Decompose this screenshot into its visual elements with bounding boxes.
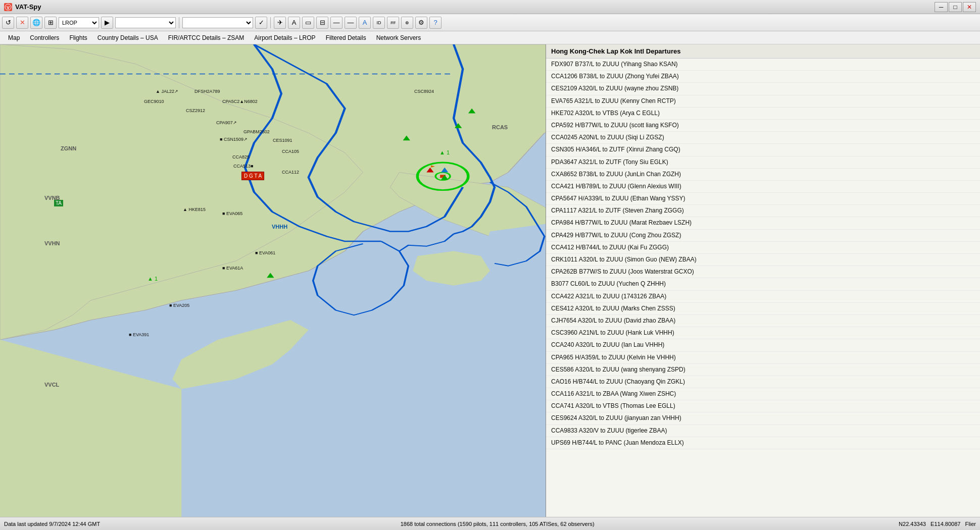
flight-list-item[interactable]: CPA965 H/A359/L to ZUUU (Kelvin He VHHH)	[546, 352, 980, 364]
label-cca105[interactable]: CCA105	[282, 149, 299, 154]
flight-gec9010[interactable]: GEC9010	[144, 99, 164, 104]
flight-eva065[interactable]: ■ EVA065	[222, 211, 242, 216]
toolbar-text-btn[interactable]: A	[288, 17, 300, 29]
menu-fir-details[interactable]: FIR/ARTCC Details – ZSAM	[163, 33, 249, 43]
flight-list-item[interactable]: CES2109 A320/L to ZUUU (wayne zhou ZSNB)	[546, 83, 980, 95]
svg-text:V: V	[7, 5, 10, 10]
dgta-box[interactable]: D G T A	[241, 172, 264, 180]
toolbar-help-btn[interactable]: ?	[429, 17, 442, 29]
flight-list-item[interactable]: PDA3647 A321/L to ZUTF (Tony Siu EGLK)	[546, 156, 980, 169]
label-cpa5c2[interactable]: CPA5C2▲N6802	[222, 99, 258, 104]
flight-list-item[interactable]: FDX907 B737/L to ZUUU (Yihang Shao KSAN)	[546, 59, 980, 71]
flight-list-item[interactable]: CCA412 H/B744/L to ZUUU (Kai Fu ZGGG)	[546, 242, 980, 254]
flight-cca513[interactable]: CCA513■	[233, 164, 253, 169]
label-ces1091[interactable]: CES1091	[273, 138, 292, 143]
toolbar-zoom-btn[interactable]: ⊕	[401, 17, 413, 29]
flight-list-item[interactable]: CCA421 H/B789/L to ZUUU (Glenn Alexius W…	[546, 181, 980, 193]
flight-list-item[interactable]: CES412 A320/L to ZUUU (Marks Chen ZSSS)	[546, 303, 980, 315]
flight-csz2912[interactable]: CSZ2912	[186, 108, 205, 113]
flight-list-item[interactable]: CSC3960 A21N/L to ZUUU (Hank Luk VHHH)	[546, 327, 980, 339]
region-label-zgnn: ZGNN	[61, 145, 76, 151]
flight-list-item[interactable]: CXA8652 B738/L to ZUUU (JunLin Chan ZGZH…	[546, 169, 980, 181]
flight-list-item[interactable]: CPA592 H/B77W/L to ZUUU (scott liang KSF…	[546, 120, 980, 132]
flight-jal22[interactable]: ▲ JAL22↗	[156, 89, 178, 94]
toolbar-id-btn[interactable]: ID	[373, 17, 385, 29]
region-label-vvcl: VVCL	[44, 382, 59, 388]
toolbar-sep2	[270, 17, 271, 28]
flight-cca825[interactable]: CCA825	[232, 154, 250, 160]
toolbar-plane-btn[interactable]: ✈	[274, 17, 286, 29]
flight-hke815[interactable]: ▲ HKE815	[183, 207, 206, 212]
menu-flights[interactable]: Flights	[64, 33, 92, 43]
flight-list-item[interactable]: CRK1011 A320/L to ZUUU (Simon Guo (NEW) …	[546, 254, 980, 266]
toolbar-filter-btn[interactable]: ✓	[255, 17, 267, 29]
flight-list-item[interactable]: CPA429 H/B77W/L to ZUUU (Cong Zhou ZGSZ)	[546, 230, 980, 242]
flight-list-item[interactable]: CPA1117 A321/L to ZUTF (Steven Zhang ZGG…	[546, 205, 980, 217]
toolbar-filter2-btn[interactable]: ⊟	[316, 17, 328, 29]
flight-list-item[interactable]: CES9624 A320/L to ZUUU (jianyuan zan VHH…	[546, 412, 980, 425]
popup-title: Hong Kong-Chek Lap Kok Intl Departures	[546, 44, 980, 59]
label-dfsh[interactable]: DFSH2A789	[194, 89, 220, 94]
flight-vhhh[interactable]: VHHH	[272, 224, 287, 230]
toolbar-refresh-btn[interactable]: ↺	[2, 17, 14, 29]
toolbar-rect-btn[interactable]: ▭	[302, 17, 314, 29]
label-csc8924[interactable]: CSC8924	[414, 89, 434, 94]
flight-list-item[interactable]: CCA240 A320/L to ZUUU (Ian Lau VHHH)	[546, 339, 980, 351]
flight-list-item[interactable]: CJH7654 A320/L to ZUUU (David zhao ZBAA)	[546, 315, 980, 327]
label-cca112[interactable]: CCA112	[282, 170, 299, 175]
menu-airport-details[interactable]: Airport Details – LROP	[249, 33, 320, 43]
flight-eva205[interactable]: ■ EVA205	[169, 303, 189, 308]
flight-list-item[interactable]: CCA422 A321/L to ZUUU (1743126 ZBAA)	[546, 291, 980, 303]
flight-list-item[interactable]: CPA262B B77W/S to ZUUU (Joos Waterstrat …	[546, 266, 980, 278]
flight-list-item[interactable]: CAO16 H/B744/L to ZUUU (Chaoyang Qin ZGK…	[546, 376, 980, 388]
toolbar-dash2-btn[interactable]: —	[345, 17, 357, 29]
statusbar: Data last updated 9/7/2024 12:44 GMT 186…	[0, 517, 980, 530]
flight-list-item[interactable]: CCA116 A321/L to ZBAA (Wang Xiwen ZSHC)	[546, 388, 980, 400]
flight-list-item[interactable]: CCA0245 A20N/L to ZUUU (Siqi Li ZGSZ)	[546, 132, 980, 144]
flight-list-item[interactable]: CCA1206 B738/L to ZUUU (Zhong Yufei ZBAA…	[546, 71, 980, 83]
label-gpabm[interactable]: GPABM2502	[243, 129, 270, 134]
filter-select2[interactable]	[182, 17, 253, 28]
menu-filtered-details[interactable]: Filtered Details	[321, 33, 371, 43]
airport-select[interactable]: LROP	[59, 17, 99, 28]
minimize-button[interactable]: ─	[935, 2, 948, 12]
app-title: VAT-Spy	[15, 3, 41, 11]
status-update-time: Data last updated 9/7/2024 12:44 GMT	[4, 521, 100, 527]
maximize-button[interactable]: □	[949, 2, 962, 12]
status-connections: 1868 total connections (1590 pilots, 111…	[401, 521, 595, 527]
menu-network-servers[interactable]: Network Servers	[371, 33, 426, 43]
menu-controllers[interactable]: Controllers	[25, 33, 64, 43]
toolbar-go-btn[interactable]: ▶	[101, 17, 113, 29]
flight-csn1509[interactable]: ■ CSN1509↗	[220, 137, 248, 142]
toolbar-view-btn[interactable]: ⊞	[44, 17, 57, 29]
toolbar-textA-btn[interactable]: A	[359, 17, 371, 29]
toolbar-back-btn[interactable]: 🌐	[30, 17, 42, 29]
menu-map[interactable]: Map	[3, 33, 25, 43]
flight-list-item[interactable]: CPA984 H/B77W/L to ZUUU (Marat Rezbaev L…	[546, 217, 980, 229]
flight-list-item[interactable]: B3077 CL60/L to ZUUU (Yuchen Q ZHHH)	[546, 278, 980, 290]
flight-list-item[interactable]: EVA765 A321/L to ZUUU (Kenny Chen RCTP)	[546, 95, 980, 108]
flight-list-item[interactable]: UPS69 H/B744/L to PANC (Juan Mendoza ELL…	[546, 437, 980, 449]
flight-list-item[interactable]: CSN305 H/A346/L to ZUTF (Xinrui Zhang CG…	[546, 144, 980, 156]
flight-list-item[interactable]: CCA9833 A320/V to ZUUU (tigerlee ZBAA)	[546, 425, 980, 437]
svg-text:▸: ▸	[431, 164, 435, 169]
flight-list-item[interactable]: CPA5647 H/A339/L to ZUUU (Ethan Wang YSS…	[546, 193, 980, 205]
map-area[interactable]: ▸ ZGNN VVNB VVHN VVCL RCAS ▲ JAL22↗ GEC9…	[0, 44, 980, 517]
flight-eva391[interactable]: ■ EVA391	[129, 332, 149, 337]
menu-country-details[interactable]: Country Details – USA	[92, 33, 163, 43]
toolbar-dash-btn[interactable]: —	[330, 17, 342, 29]
toolbar-num-btn[interactable]: ##	[387, 17, 399, 29]
flight-list-item[interactable]: HKE702 A320/L to VTBS (Arya C EGLL)	[546, 108, 980, 120]
toolbar-stop-btn[interactable]: ✕	[16, 17, 28, 29]
flight-ta[interactable]: TA	[54, 200, 63, 206]
flight-eva061[interactable]: ■ EVA061	[255, 250, 275, 255]
toolbar-sep1	[179, 17, 179, 28]
flight-list-item[interactable]: CCA741 A320/L to VTBS (Thomas Lee EGLL)	[546, 400, 980, 412]
titlebar-controls[interactable]: ─ □ ✕	[935, 2, 976, 12]
close-button[interactable]: ✕	[963, 2, 976, 12]
toolbar-settings-btn[interactable]: ⚙	[415, 17, 427, 29]
flight-eva61a[interactable]: ■ EVA61A	[222, 266, 243, 271]
flight-cpa907[interactable]: CPA907↗	[216, 120, 237, 125]
filter-select[interactable]	[115, 17, 176, 28]
flight-list-item[interactable]: CES586 A320/L to ZUUU (wang shenyang ZSP…	[546, 364, 980, 376]
